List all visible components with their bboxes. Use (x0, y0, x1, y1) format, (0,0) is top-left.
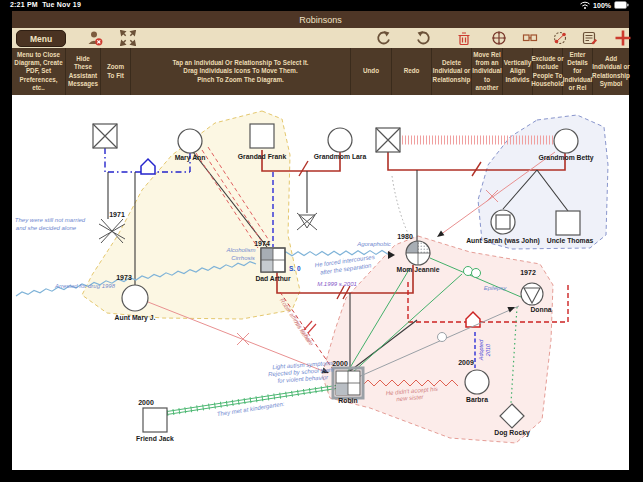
note-adopted-2: 2010 (485, 343, 491, 357)
hide-assistant-icon[interactable] (87, 30, 103, 46)
hint-hide-messages: Hide These Assistant Messages (66, 48, 101, 95)
hint-details: Enter Details for Individual or Rel (563, 48, 593, 95)
year-mom-jeannie: 1980 (397, 233, 413, 240)
delete-icon[interactable] (456, 30, 472, 46)
document-title: Robinsons (299, 15, 342, 25)
person-aunt-mary[interactable] (122, 285, 148, 311)
hint-household: Exclude or Include People To Household (533, 48, 563, 95)
person-grandmom-betty[interactable] (554, 129, 578, 153)
hint-add: Add Individual or Relationship Symbol (593, 48, 629, 95)
screen: 2:21 PM Tue Nov 19 100% Robinsons Menu (0, 0, 643, 482)
diagram-canvas[interactable]: Mary Ann Grandad Frank Grandmom Lara Gra… (12, 95, 629, 470)
person-deceased-male-1[interactable] (93, 124, 117, 148)
label-dad-arthur: Dad Arthur (255, 275, 291, 282)
battery-icon (614, 1, 629, 9)
hint-tap-drag: Tap an Individual Or Relationship To Sel… (131, 48, 351, 95)
status-time: 2:21 PM (10, 1, 38, 8)
vertical-align-icon[interactable] (522, 30, 538, 46)
status-bar: 2:21 PM Tue Nov 19 100% (0, 0, 643, 11)
hint-redo: Redo (392, 48, 432, 95)
toolbar: Menu (12, 28, 629, 48)
wifi-icon (580, 1, 590, 9)
menu-button[interactable]: Menu (16, 30, 66, 47)
status-clock: 2:21 PM Tue Nov 19 (10, 1, 81, 8)
hint-delete: Delete Individual or Relationship (432, 48, 472, 95)
label-robin: Robin (338, 397, 357, 404)
add-symbol-icon[interactable] (615, 30, 631, 46)
label-dog-rocky: Dog Rocky (494, 429, 530, 437)
symbol-miscarriage[interactable] (297, 213, 317, 230)
rel-distant-deceased-jeannie[interactable] (392, 176, 410, 238)
label-uncle-thomas: Uncle Thomas (547, 237, 594, 244)
note-not-married-1: They were still not married (15, 217, 86, 223)
toolbar-hints: Menu to Close Diagram, Create PDF, Set P… (12, 48, 629, 95)
move-relationship-icon[interactable] (491, 30, 507, 46)
label-grandad-frank: Grandad Frank (238, 153, 287, 160)
person-barbra[interactable] (465, 370, 489, 394)
person-grandad-frank[interactable] (250, 124, 274, 148)
note-not-married-2: and she decided alone (16, 225, 77, 231)
person-friend-jack[interactable] (143, 408, 167, 432)
person-donna[interactable] (521, 283, 543, 305)
person-dad-arthur[interactable] (261, 248, 285, 272)
note-cirrhosis: Cirrhosis (231, 255, 255, 261)
label-friend-jack: Friend Jack (136, 435, 174, 442)
divorce-slash-deceased-betty (472, 162, 481, 176)
hint-undo: Undo (351, 48, 392, 95)
rel-zigzag-arthur-jeannie[interactable] (280, 250, 395, 259)
person-mom-jeannie[interactable] (406, 241, 430, 265)
label-aunt-mary: Aunt Mary J. (115, 314, 156, 322)
note-agoraphobic: Agoraphobic (356, 241, 391, 247)
status-date: Tue Nov 19 (42, 1, 81, 8)
person-robin[interactable] (333, 368, 363, 398)
note-marriage-dates: M.1999 s.2001 (317, 281, 357, 287)
label-grandmom-betty: Grandmom Betty (538, 154, 593, 162)
house-icon-blue[interactable] (141, 159, 155, 174)
label-barbra: Barbra (466, 396, 488, 403)
note-epilepsy: Epilepsy (484, 285, 508, 291)
note-arrested: Arrested for drug 1998 (54, 283, 116, 289)
label-grandmom-lara: Grandmom Lara (314, 153, 367, 160)
label-mary-ann: Mary Ann (175, 154, 206, 162)
year-friend-jack: 2000 (138, 399, 154, 406)
hint-align: Vertically Align Individs (503, 48, 533, 95)
hint-menu: Menu to Close Diagram, Create PDF, Set P… (12, 48, 66, 95)
year-deceased-child: 1971 (109, 211, 125, 218)
battery-percent: 100% (593, 2, 611, 9)
label-donna: Donna (530, 306, 551, 313)
label-mom-jeannie: Mom Jeannie (396, 266, 439, 273)
zoom-to-fit-icon[interactable] (120, 30, 136, 46)
year-donna: 1972 (520, 269, 536, 276)
year-robin: 2000 (332, 360, 348, 367)
note-adopted-1: Adopted (478, 339, 484, 361)
person-grandmom-lara[interactable] (328, 128, 352, 152)
note-alcoholism: Alcoholism (225, 247, 255, 253)
label-aunt-sarah: Aunt Sarah (was John) (466, 237, 540, 245)
person-deceased-male-2[interactable] (376, 128, 400, 152)
person-uncle-thomas[interactable] (556, 211, 580, 235)
redo-icon[interactable] (416, 30, 432, 46)
year-aunt-mary: 1973 (116, 274, 132, 281)
hint-move-rel: Move Rel from an Individual to another (472, 48, 503, 95)
undo-icon[interactable] (375, 30, 391, 46)
title-bar: Robinsons (12, 11, 629, 28)
hint-zoom-fit: Zoom To Fit (101, 48, 131, 95)
exclude-include-household-icon[interactable] (552, 30, 568, 46)
year-dad-arthur: 1974 (254, 240, 270, 247)
note-s0: S. 0 (289, 265, 301, 272)
person-aunt-sarah[interactable] (491, 210, 515, 234)
app-window: Robinsons Menu (12, 11, 629, 470)
enter-details-icon[interactable] (582, 30, 598, 46)
year-barbra: 2009 (458, 359, 474, 366)
person-mary-ann[interactable] (178, 129, 202, 153)
